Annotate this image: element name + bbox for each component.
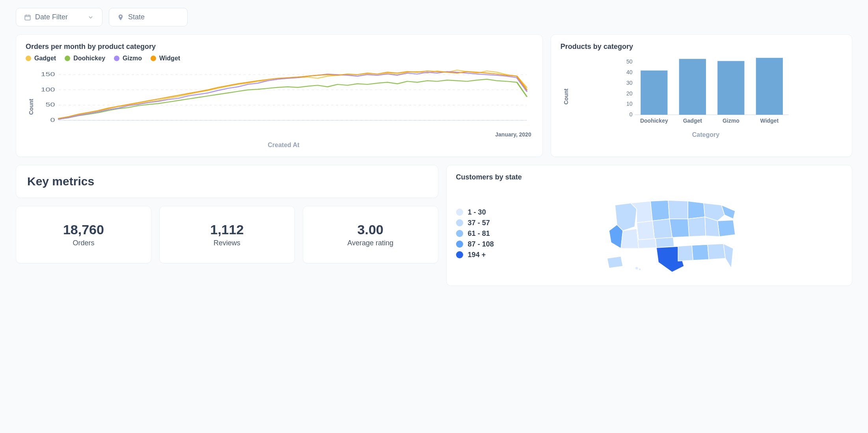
svg-rect-19: [679, 59, 706, 115]
map-legend-swatch: [456, 241, 463, 248]
metric-label: Orders: [73, 239, 94, 247]
legend-label: Gizmo: [123, 55, 142, 62]
location-pin-icon: [117, 14, 124, 21]
map-legend-label: 37 - 57: [468, 219, 490, 227]
map-legend-swatch: [456, 230, 463, 237]
filter-bar: Date Filter State: [16, 8, 852, 26]
map-legend-label: 87 - 108: [468, 240, 494, 248]
svg-text:50: 50: [626, 58, 633, 65]
line-chart-plot[interactable]: 050100150: [34, 65, 533, 128]
legend-label: Gadget: [34, 55, 56, 62]
svg-point-25: [635, 267, 638, 270]
top-row: Orders per month by product category Gad…: [16, 34, 852, 157]
bar-chart-plot[interactable]: 01020304050DoohickeyGadgetGizmoWidget: [569, 55, 842, 126]
map-legend-label: 1 - 30: [468, 208, 486, 216]
metrics-row: 18,760Orders1,112Reviews3.00Average rati…: [16, 206, 438, 263]
line-chart-legend: GadgetDoohickeyGizmoWidget: [26, 55, 533, 62]
mid-row: Key metrics 18,760Orders1,112Reviews3.00…: [16, 165, 852, 286]
map-legend-item[interactable]: 87 - 108: [456, 240, 494, 248]
map-legend-swatch: [456, 251, 463, 258]
calendar-icon: [24, 14, 31, 21]
chevron-down-icon: [87, 14, 94, 21]
svg-rect-23: [756, 58, 783, 115]
map-card: Customers by state 1 - 3037 - 5761 - 818…: [446, 165, 852, 286]
bar-chart-title: Products by category: [561, 43, 842, 51]
legend-swatch: [114, 56, 119, 61]
svg-rect-0: [25, 15, 30, 20]
line-x-end-label: January, 2020: [34, 131, 533, 138]
map-legend-swatch: [456, 209, 463, 216]
metric-value: 18,760: [63, 222, 104, 237]
svg-text:Widget: Widget: [760, 118, 779, 124]
map-legend: 1 - 3037 - 5761 - 8187 - 108194 +: [456, 206, 494, 261]
metric-card[interactable]: 1,112Reviews: [159, 206, 295, 263]
legend-label: Widget: [159, 55, 180, 62]
line-y-axis-label: Count: [26, 65, 34, 149]
map-legend-label: 61 - 81: [468, 230, 490, 238]
state-filter-button[interactable]: State: [109, 8, 188, 26]
legend-swatch: [151, 56, 156, 61]
svg-text:Gadget: Gadget: [683, 118, 702, 124]
us-map[interactable]: [506, 189, 842, 278]
svg-rect-21: [717, 61, 744, 115]
map-legend-swatch: [456, 219, 463, 226]
map-legend-item[interactable]: 37 - 57: [456, 219, 494, 227]
legend-item[interactable]: Doohickey: [65, 55, 105, 62]
legend-swatch: [65, 56, 70, 61]
key-metrics-title: Key metrics: [27, 175, 427, 188]
svg-text:10: 10: [626, 101, 633, 107]
svg-text:20: 20: [626, 90, 633, 97]
date-filter-label: Date Filter: [35, 13, 68, 21]
map-legend-item[interactable]: 61 - 81: [456, 230, 494, 238]
state-filter-label: State: [128, 13, 145, 21]
key-metrics-heading-card: Key metrics: [16, 165, 438, 198]
map-legend-label: 194 +: [468, 251, 486, 259]
legend-label: Doohickey: [73, 55, 105, 62]
line-chart-card: Orders per month by product category Gad…: [16, 34, 543, 157]
date-filter-button[interactable]: Date Filter: [16, 8, 102, 26]
line-x-axis-label: Created At: [34, 142, 533, 149]
metric-card[interactable]: 3.00Average rating: [303, 206, 438, 263]
metric-label: Average rating: [347, 239, 393, 247]
svg-text:50: 50: [45, 102, 55, 108]
line-chart-title: Orders per month by product category: [26, 43, 533, 51]
legend-item[interactable]: Gadget: [26, 55, 56, 62]
svg-text:0: 0: [50, 117, 55, 123]
map-legend-item[interactable]: 194 +: [456, 251, 494, 259]
svg-point-26: [639, 268, 641, 271]
map-card-title: Customers by state: [456, 173, 842, 181]
metric-card[interactable]: 18,760Orders: [16, 206, 151, 263]
svg-text:0: 0: [630, 111, 633, 118]
bar-y-axis-label: Count: [561, 55, 569, 138]
svg-text:40: 40: [626, 69, 633, 75]
bar-x-axis-label: Category: [569, 131, 842, 138]
bar-chart-card: Products by category Count 01020304050Do…: [551, 34, 852, 157]
metric-value: 3.00: [358, 222, 384, 237]
svg-text:Gizmo: Gizmo: [723, 118, 739, 124]
metric-label: Reviews: [214, 239, 240, 247]
map-legend-item[interactable]: 1 - 30: [456, 208, 494, 216]
svg-text:30: 30: [626, 80, 633, 86]
legend-swatch: [26, 56, 31, 61]
svg-text:150: 150: [41, 71, 55, 77]
svg-rect-17: [641, 71, 667, 115]
legend-item[interactable]: Widget: [151, 55, 180, 62]
svg-text:Doohickey: Doohickey: [640, 118, 668, 124]
svg-text:100: 100: [41, 87, 55, 93]
metric-value: 1,112: [210, 222, 244, 237]
legend-item[interactable]: Gizmo: [114, 55, 142, 62]
